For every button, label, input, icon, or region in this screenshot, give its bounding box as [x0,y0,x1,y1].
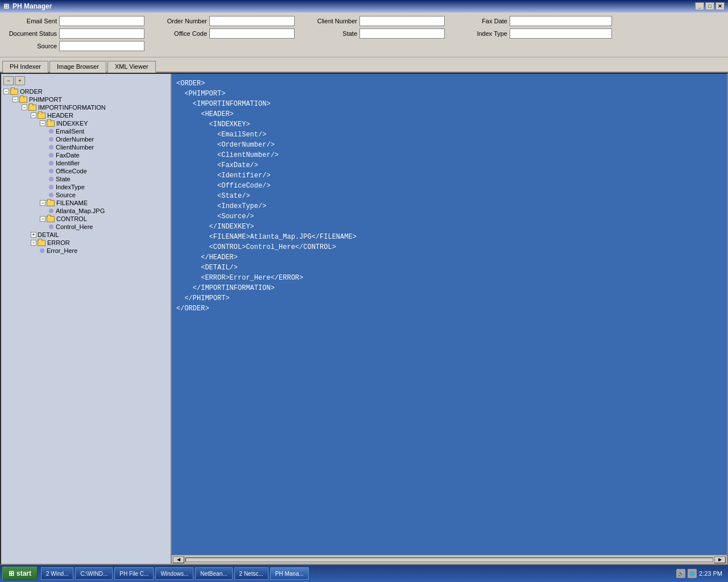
expand-icon-filename[interactable]: − [40,200,46,206]
scroll-track[interactable] [185,558,713,562]
index-type-field: Index Type [456,28,612,39]
tree-item-phimport: − PHIMPORT − IMPORTINFORMATION [13,95,168,255]
tree-label-root: ORDER [20,88,43,95]
tree-node-header[interactable]: − HEADER [31,111,168,119]
expand-icon-header[interactable]: − [31,113,36,118]
leaf-icon-source [49,193,53,197]
tree-node-detail[interactable]: + DETAIL [31,231,168,239]
fax-date-input[interactable] [510,16,612,26]
tree-item-faxdate: FaxDate [49,151,168,159]
tree-item-identifier: Identifier [49,159,168,167]
email-sent-label: Email Sent [6,18,57,24]
xml-horizontal-scrollbar[interactable]: ◀ ▶ [172,555,727,564]
tree-label-indextype: IndexType [56,184,85,190]
tree-node-faxdate[interactable]: FaxDate [49,151,168,159]
tree-label-error: ERROR [47,239,70,246]
expand-icon-control[interactable]: − [40,216,46,222]
tree-label-indexkey: INDEXKEY [56,120,88,127]
source-label: Source [6,43,57,49]
tree-panel[interactable]: − + − ORDER − P [1,74,172,564]
leaf-icon-clientnumber [49,145,53,149]
tree-item-atlanta: Atlanta_Map.JPG [49,207,168,215]
leaf-icon-indextype [49,185,53,189]
tree-item-source: Source [49,191,168,199]
tree-node-phimport[interactable]: − PHIMPORT [13,95,168,103]
expand-icon-root[interactable]: − [3,89,9,94]
tree-node-indexkey[interactable]: − INDEXKEY [40,119,168,127]
expand-icon-error[interactable]: − [31,240,36,246]
tree-node-state[interactable]: State [49,175,168,183]
tree-item-officecode: OfficeCode [49,167,168,175]
leaf-icon-ordernumber [49,137,53,142]
tree-node-control[interactable]: − CONTROL [40,215,168,223]
tree-node-error[interactable]: − ERROR [31,239,168,247]
tree-children-importinfo: − HEADER − [22,111,168,255]
tree-node-source[interactable]: Source [49,191,168,199]
expand-icon-phimport[interactable]: − [13,97,18,102]
maximize-button[interactable]: □ [705,2,714,10]
leaf-icon-atlanta [49,209,53,213]
minimize-button[interactable]: _ [695,2,704,10]
tree-item-ordernumber: OrderNumber [49,135,168,143]
tree-label-atlanta: Atlanta_Map.JPG [56,207,105,214]
tree-collapse-button[interactable]: − [3,76,14,85]
tab-xml-viewer[interactable]: XML Viewer [107,61,156,73]
tree-node-emailsent[interactable]: EmailSent [49,127,168,135]
expand-icon-detail[interactable]: + [31,232,36,238]
tree-node-error-here[interactable]: Error_Here [40,247,168,255]
tree-root: − ORDER − PHIMPORT [3,88,168,255]
tree-children-root: − PHIMPORT − IMPORTINFORMATION [3,95,168,255]
tree-label-state: State [56,176,71,182]
tree-expand-button[interactable]: + [15,76,25,85]
state-input[interactable] [359,28,445,39]
order-number-field: Order Number [156,16,295,26]
index-type-label: Index Type [456,30,507,37]
folder-icon-filename [47,200,55,206]
tree-children-header: − INDEXKEY [31,119,168,231]
state-field: State [306,28,445,39]
scroll-left-button[interactable]: ◀ [173,556,184,563]
source-input[interactable] [59,41,144,51]
client-number-label: Client Number [306,18,357,24]
office-code-input[interactable] [209,28,295,39]
tree-node-root[interactable]: − ORDER [3,88,168,95]
tree-label-emailsent: EmailSent [56,128,84,135]
email-sent-input[interactable] [59,16,144,26]
main-content: − + − ORDER − P [0,73,728,565]
client-number-input[interactable] [359,16,445,26]
expand-icon-indexkey[interactable]: − [40,120,46,126]
tree-label-source: Source [56,192,76,198]
tree-toolbar: − + [3,76,168,85]
email-sent-field: Email Sent [6,16,144,26]
tree-node-control-here[interactable]: Control_Here [49,223,168,231]
expand-icon-importinfo[interactable]: − [22,105,27,110]
tree-node-importinfo[interactable]: − IMPORTINFORMATION [22,103,168,111]
tree-node-ordernumber[interactable]: OrderNumber [49,135,168,143]
tree-item-error: − ERROR [31,239,168,255]
form-area: Email Sent Order Number Client Number Fa… [0,13,728,57]
folder-icon-phimport [19,97,27,103]
leaf-icon-control-here [49,225,53,229]
tree-node-clientnumber[interactable]: ClientNumber [49,143,168,151]
scroll-right-button[interactable]: ▶ [714,556,726,563]
xml-panel[interactable]: <ORDER> <PHIMPORT> <IMPORTINFORMATION> <… [172,74,727,555]
tabs-bar: PH Indexer Image Browser XML Viewer [0,57,728,73]
tree-item-root: − ORDER − PHIMPORT [3,88,168,255]
leaf-icon-officecode [49,169,53,173]
tab-image-browser[interactable]: Image Browser [49,61,106,73]
order-number-label: Order Number [156,18,207,24]
tree-label-officecode: OfficeCode [56,168,87,174]
tree-node-officecode[interactable]: OfficeCode [49,167,168,175]
order-number-input[interactable] [209,16,295,26]
document-status-input[interactable] [59,28,144,39]
close-button[interactable]: ✕ [715,2,725,10]
document-status-label: Document Status [6,30,57,37]
tree-node-atlanta[interactable]: Atlanta_Map.JPG [49,207,168,215]
tab-ph-indexer[interactable]: PH Indexer [2,61,48,73]
tree-node-indextype[interactable]: IndexType [49,183,168,191]
index-type-input[interactable] [510,28,612,39]
folder-icon-importinfo [28,105,36,111]
tree-node-identifier[interactable]: Identifier [49,159,168,167]
tree-node-filename[interactable]: − FILENAME [40,199,168,207]
folder-icon-header [38,113,46,119]
